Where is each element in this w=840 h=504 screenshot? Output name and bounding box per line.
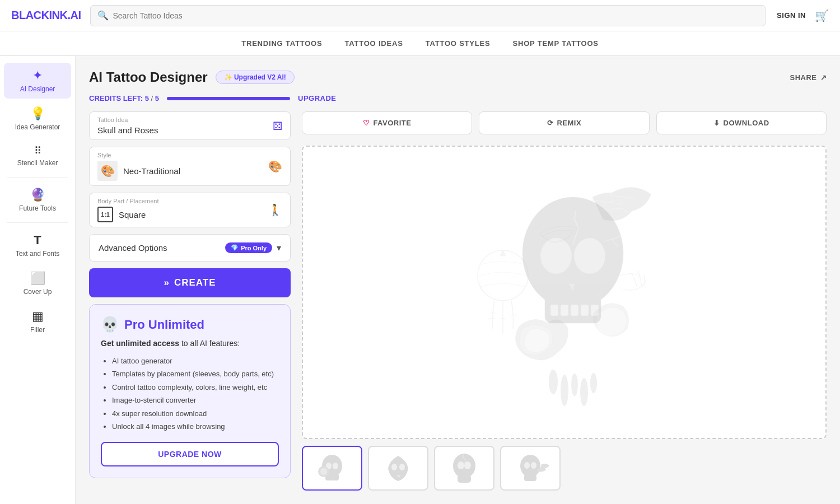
credits-progress-fill: [167, 97, 290, 100]
header-right: SIGN IN 🛒: [777, 9, 829, 22]
download-label: DOWNLOAD: [724, 119, 769, 127]
svg-point-33: [524, 462, 530, 469]
pro-card-subtitle: Get unlimited access to all AI features:: [101, 339, 279, 348]
thumbnail-4[interactable]: [500, 446, 561, 491]
download-button[interactable]: ⬇ DOWNLOAD: [656, 111, 827, 134]
page-wrapper: ✦ AI Designer 💡 Idea Generator ⠿ Stencil…: [0, 56, 840, 504]
svg-point-24: [320, 468, 327, 475]
svg-rect-28: [458, 475, 471, 483]
pro-feature-2: Templates by placement (sleeves, body pa…: [112, 367, 279, 380]
pro-only-badge: 💎 Pro Only: [225, 242, 272, 253]
header: BLACKINK.AI 🔍 SIGN IN 🛒: [0, 0, 840, 31]
heart-icon: ♡: [363, 119, 370, 127]
text-fonts-icon: T: [34, 233, 41, 248]
style-icon: 🎨: [268, 160, 282, 173]
style-field[interactable]: Style 🎨 Neo-Traditional 🎨: [89, 147, 291, 186]
pro-feature-3: Control tattoo complexity, colors, line …: [112, 381, 279, 394]
remix-icon: ⟳: [547, 119, 554, 127]
pro-subtitle-rest: to all AI features:: [179, 339, 240, 348]
future-tools-icon: 🔮: [30, 188, 45, 202]
nav-trending[interactable]: TRENDING TATTOOS: [241, 37, 322, 50]
search-input[interactable]: [113, 11, 759, 20]
logo-black: BLACK: [11, 9, 49, 21]
sidebar-item-text-fonts-label: Text and Fonts: [16, 250, 60, 258]
ai-designer-icon: ✦: [32, 68, 43, 83]
pro-feature-1: AI tattoo generator: [112, 354, 279, 367]
style-value: Neo-Traditional: [123, 166, 180, 176]
advanced-label: Advanced Options: [99, 243, 167, 253]
sidebar-item-future-tools[interactable]: 🔮 Future Tools: [4, 182, 71, 218]
nav-ideas[interactable]: TATTOO IDEAS: [344, 37, 403, 50]
placement-label: Body Part / Placement: [97, 198, 282, 204]
svg-point-22: [333, 463, 338, 469]
thumbnail-2[interactable]: [368, 446, 428, 491]
upgrade-link[interactable]: UPGRADE: [298, 94, 337, 102]
svg-rect-6: [571, 305, 578, 316]
upgraded-badge: ✨ Upgraded V2 AI!: [216, 71, 295, 84]
svg-point-26: [399, 464, 405, 470]
credits-row: CREDITS LEFT: 5 / 5 UPGRADE: [89, 94, 827, 102]
svg-point-14: [561, 375, 568, 406]
pro-skull-icon: 💀: [101, 316, 119, 333]
sign-in-button[interactable]: SIGN IN: [777, 11, 806, 20]
logo-accent: INK.AI: [49, 9, 81, 21]
nav-bar: TRENDING TATTOOS TATTOO IDEAS TATTOO STY…: [0, 31, 840, 56]
sidebar-item-stencil-maker[interactable]: ⠿ Stencil Maker: [4, 139, 71, 172]
sidebar-item-text-fonts[interactable]: T Text and Fonts: [4, 227, 71, 263]
svg-point-27: [453, 454, 475, 478]
tattoo-idea-field[interactable]: Tattoo Idea Skull and Roses ⚄: [89, 111, 291, 140]
tattoo-idea-label: Tattoo Idea: [97, 116, 282, 123]
favorite-label: FAVORITE: [373, 119, 411, 127]
svg-point-34: [531, 462, 536, 469]
remix-button[interactable]: ⟳ REMIX: [479, 111, 649, 134]
credits-label-text: CREDITS LEFT:: [89, 94, 143, 102]
svg-rect-4: [550, 305, 558, 316]
search-icon: 🔍: [97, 10, 109, 21]
pro-features-list: AI tattoo generator Templates by placeme…: [101, 354, 279, 433]
svg-point-30: [464, 461, 471, 469]
credits-current: 5: [145, 94, 149, 102]
svg-point-25: [391, 464, 397, 470]
favorite-button[interactable]: ♡ FAVORITE: [302, 111, 472, 134]
pro-subtitle-bold: Get unlimited access: [101, 339, 179, 348]
pro-feature-4: Image-to-stencil converter: [112, 394, 279, 407]
stencil-maker-icon: ⠿: [34, 144, 41, 157]
search-bar[interactable]: 🔍: [90, 5, 766, 26]
pro-badge-label: Pro Only: [241, 245, 267, 251]
thumbnail-1[interactable]: [302, 446, 362, 491]
placement-value: Square: [119, 210, 146, 220]
share-label: SHARE: [790, 73, 816, 82]
placement-icon: 1:1: [97, 207, 113, 222]
create-label: CREATE: [174, 277, 216, 288]
sidebar-item-ai-designer[interactable]: ✦ AI Designer: [4, 63, 71, 99]
placement-field[interactable]: Body Part / Placement 1:1 Square 🚶: [89, 193, 291, 227]
placement-person-icon: 🚶: [268, 203, 282, 217]
cover-up-icon: ⬜: [30, 271, 45, 286]
upgrade-now-button[interactable]: UPGRADE NOW: [101, 442, 279, 466]
sidebar-item-stencil-maker-label: Stencil Maker: [17, 159, 58, 167]
create-button[interactable]: » CREATE: [89, 268, 291, 297]
nav-styles[interactable]: TATTOO STYLES: [426, 37, 491, 50]
credits-progress-bar: [167, 97, 290, 100]
logo: BLACKINK.AI: [11, 9, 81, 22]
cart-icon[interactable]: 🛒: [815, 9, 829, 22]
main-tattoo-image: [302, 146, 827, 439]
sidebar-item-cover-up[interactable]: ⬜ Cover Up: [4, 265, 71, 301]
sidebar-item-filler[interactable]: ▦ Filler: [4, 304, 71, 339]
pro-feature-5: 4x super resolution download: [112, 407, 279, 420]
svg-rect-7: [581, 305, 589, 316]
thumbnail-3[interactable]: [434, 446, 494, 491]
credits-total: 5: [155, 94, 159, 102]
advanced-options[interactable]: Advanced Options 💎 Pro Only ▾: [89, 234, 291, 262]
chevron-down-icon: ▾: [277, 242, 281, 253]
sidebar-item-future-tools-label: Future Tools: [19, 204, 56, 212]
share-button[interactable]: SHARE ↗: [790, 73, 827, 82]
sidebar-item-idea-generator[interactable]: 💡 Idea Generator: [4, 101, 71, 137]
placement-row: 1:1 Square: [97, 207, 282, 222]
sidebar-divider-2: [7, 222, 67, 223]
remix-label: REMIX: [557, 119, 581, 127]
action-buttons: ♡ FAVORITE ⟳ REMIX ⬇ DOWNLOAD: [302, 111, 827, 134]
thumbnail-strip: [302, 446, 827, 491]
advanced-right: 💎 Pro Only ▾: [225, 242, 281, 253]
nav-shop[interactable]: SHOP TEMP TATTOOS: [513, 37, 599, 50]
